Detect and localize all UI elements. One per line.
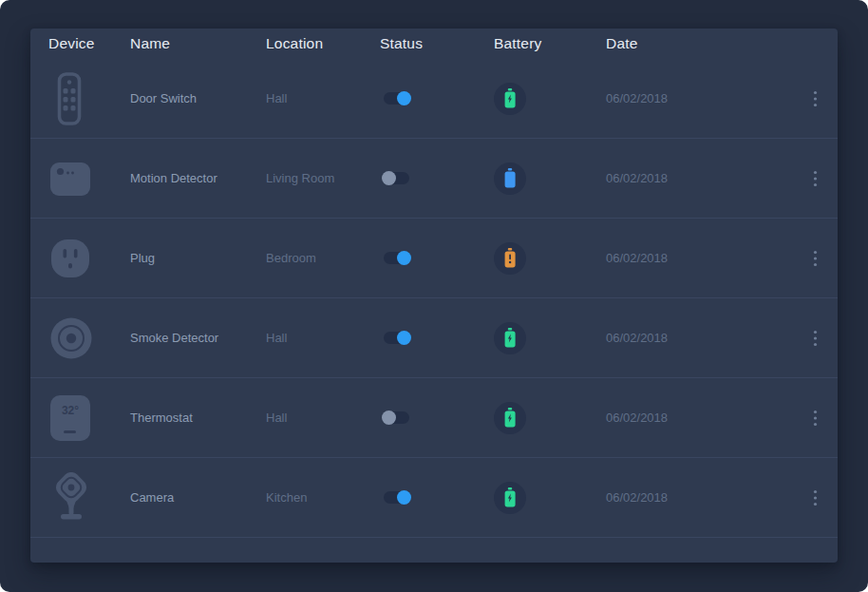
column-header-battery: Battery <box>494 35 606 52</box>
table-row: Plug Bedroom 06/02/2018 <box>30 219 838 298</box>
table-body: Door Switch Hall 06/02/2018 Motion Detec… <box>30 59 838 538</box>
battery-charging-green-icon <box>494 83 526 115</box>
device-date: 06/02/2018 <box>606 331 668 345</box>
battery-charging-green-icon <box>494 402 526 434</box>
row-menu-button[interactable] <box>809 86 821 111</box>
status-toggle[interactable] <box>384 252 409 264</box>
smart-plug-icon <box>49 239 91 278</box>
device-name: Camera <box>130 490 174 505</box>
device-location: Hall <box>266 411 287 425</box>
column-header-date: Date <box>606 35 800 52</box>
device-location: Hall <box>266 91 287 105</box>
device-date: 06/02/2018 <box>606 490 668 505</box>
camera-icon <box>49 472 93 524</box>
row-menu-button[interactable] <box>809 166 821 191</box>
device-location: Hall <box>266 331 287 345</box>
screen: Device Name Location Status Battery Date… <box>0 0 868 592</box>
device-date: 06/02/2018 <box>606 91 668 105</box>
column-header-device: Device <box>48 35 130 52</box>
toggle-knob <box>382 171 396 185</box>
motion-detector-icon <box>49 160 91 198</box>
table-row: 32° Thermostat Hall 06/02/2018 <box>30 378 838 458</box>
device-name: Door Switch <box>130 91 197 105</box>
table-row: Motion Detector Living Room 06/02/2018 <box>30 139 838 219</box>
status-toggle[interactable] <box>384 92 409 105</box>
column-header-location: Location <box>266 35 380 52</box>
device-location: Kitchen <box>266 490 307 505</box>
device-table-panel: Device Name Location Status Battery Date… <box>30 29 838 563</box>
battery-charging-green-icon <box>494 482 526 514</box>
row-menu-button[interactable] <box>809 246 821 271</box>
battery-full-blue-icon <box>494 162 526 195</box>
toggle-knob <box>397 251 411 265</box>
status-toggle[interactable] <box>384 411 409 424</box>
battery-low-orange-icon <box>494 242 526 275</box>
svg-text:32°: 32° <box>62 404 79 417</box>
toggle-knob <box>397 331 411 345</box>
thermostat-icon: 32° <box>49 394 91 442</box>
battery-charging-green-icon <box>494 322 526 354</box>
table-row: Smoke Detector Hall 06/02/2018 <box>30 298 838 378</box>
toggle-knob <box>397 490 411 505</box>
row-menu-button[interactable] <box>809 406 821 430</box>
row-menu-button[interactable] <box>809 326 821 351</box>
status-toggle[interactable] <box>384 172 409 184</box>
status-toggle[interactable] <box>384 332 409 344</box>
device-date: 06/02/2018 <box>606 251 668 265</box>
table-header: Device Name Location Status Battery Date <box>30 29 838 59</box>
device-name: Motion Detector <box>130 171 217 185</box>
table-row: Camera Kitchen 06/02/2018 <box>30 458 838 538</box>
status-toggle[interactable] <box>384 491 409 504</box>
remote-control-icon <box>49 71 89 126</box>
row-menu-button[interactable] <box>809 486 821 510</box>
column-header-name: Name <box>130 35 266 52</box>
smoke-detector-icon <box>49 316 93 360</box>
device-date: 06/02/2018 <box>606 171 668 185</box>
column-header-status: Status <box>380 35 494 52</box>
device-location: Living Room <box>266 171 334 185</box>
table-row: Door Switch Hall 06/02/2018 <box>30 59 838 139</box>
device-name: Thermostat <box>130 411 193 425</box>
device-location: Bedroom <box>266 251 316 265</box>
toggle-knob <box>382 411 396 425</box>
device-date: 06/02/2018 <box>606 411 668 425</box>
toggle-knob <box>397 91 411 105</box>
device-name: Plug <box>130 251 155 265</box>
device-name: Smoke Detector <box>130 331 218 345</box>
